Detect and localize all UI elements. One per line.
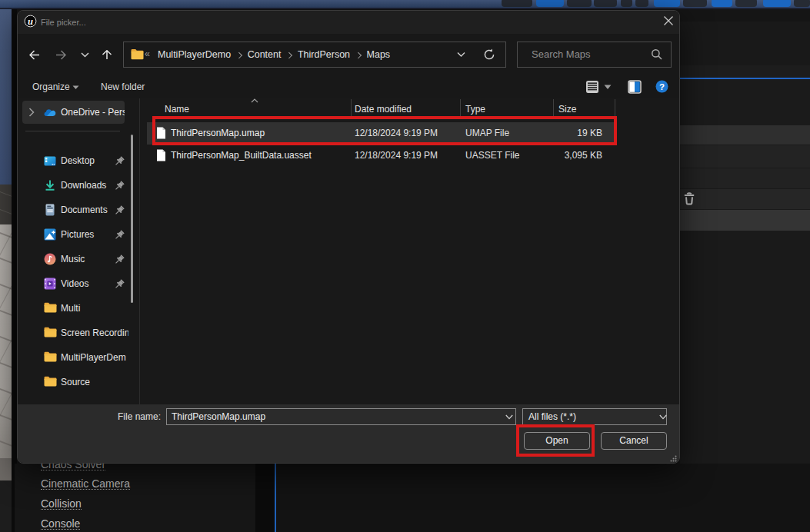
svg-text:?: ? bbox=[659, 82, 665, 91]
svg-text:u: u bbox=[28, 16, 33, 27]
